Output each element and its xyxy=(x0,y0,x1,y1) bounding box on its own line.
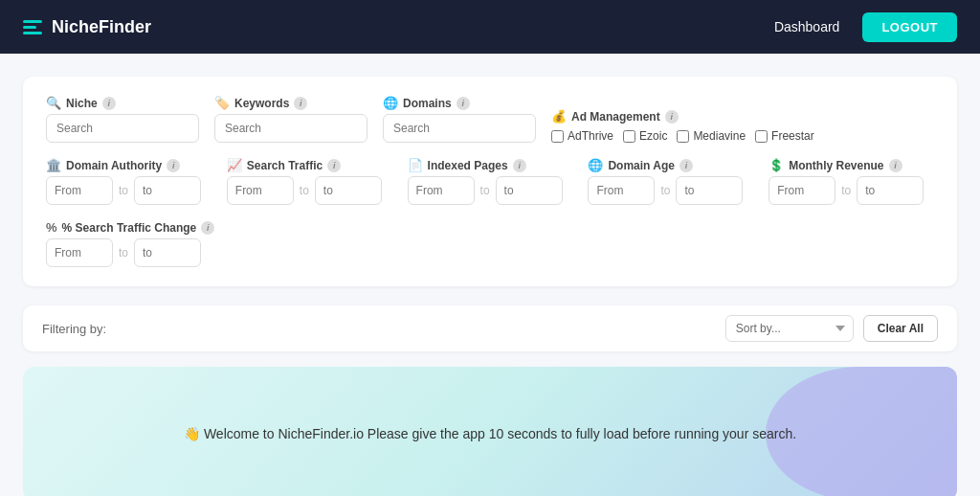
sort-select[interactable]: Sort by... Domain Authority Search Traff… xyxy=(725,315,854,342)
logo-text: NicheFinder xyxy=(52,17,151,37)
search-traffic-from[interactable] xyxy=(227,176,294,205)
search-traffic-inputs: to xyxy=(227,176,392,205)
filter-row-2: 🏛️ Domain Authority i to 📈 Search Traffi… xyxy=(46,158,934,205)
search-traffic-change-info-icon[interactable]: i xyxy=(201,221,214,235)
keywords-info-icon[interactable]: i xyxy=(294,97,307,110)
filtering-by-label: Filtering by: xyxy=(42,322,106,336)
niche-info-icon[interactable]: i xyxy=(102,97,116,110)
search-traffic-change-range-group: % % Search Traffic Change i to xyxy=(46,220,256,267)
indexed-pages-from[interactable] xyxy=(408,176,475,205)
ad-management-filter-group: 💰 Ad Management i AdThrive Ezoic xyxy=(551,109,934,143)
search-traffic-icon: 📈 xyxy=(227,158,242,172)
search-traffic-change-sep: to xyxy=(119,246,128,259)
search-traffic-to[interactable] xyxy=(315,176,382,205)
indexed-pages-sep: to xyxy=(480,184,490,197)
monthly-revenue-from[interactable] xyxy=(768,176,835,205)
indexed-pages-icon: 📄 xyxy=(408,158,423,172)
clear-all-button[interactable]: Clear All xyxy=(863,315,938,342)
keywords-label: 🏷️ Keywords i xyxy=(214,96,368,110)
indexed-pages-to[interactable] xyxy=(496,176,563,205)
search-traffic-sep: to xyxy=(300,184,309,197)
domain-authority-label: 🏛️ Domain Authority i xyxy=(46,158,212,172)
mediavine-checkbox[interactable] xyxy=(677,130,689,143)
domain-age-info-icon[interactable]: i xyxy=(679,159,693,172)
filter-section: 🔍 Niche i 🏷️ Keywords i 🌐 Domains xyxy=(23,77,957,286)
niche-search-input[interactable] xyxy=(46,114,199,143)
logo-icon xyxy=(23,20,42,34)
domains-search-input[interactable] xyxy=(383,114,536,143)
filter-row-3: % % Search Traffic Change i to xyxy=(46,220,256,267)
search-traffic-range-group: 📈 Search Traffic i to xyxy=(227,158,392,205)
domain-age-from[interactable] xyxy=(588,176,655,205)
niche-filter-group: 🔍 Niche i xyxy=(46,96,199,143)
adthrive-label: AdThrive xyxy=(568,129,613,143)
monthly-revenue-to[interactable] xyxy=(857,176,924,205)
freestar-label: Freestar xyxy=(771,129,814,143)
monthly-revenue-label: 💲 Monthly Revenue i xyxy=(768,158,934,172)
monthly-revenue-info-icon[interactable]: i xyxy=(889,159,902,172)
logout-button[interactable]: LOGOUT xyxy=(862,12,957,42)
monthly-revenue-icon: 💲 xyxy=(768,158,784,172)
keywords-filter-group: 🏷️ Keywords i xyxy=(214,96,368,143)
indexed-pages-range-group: 📄 Indexed Pages i to xyxy=(408,158,573,205)
header-right: Dashboard LOGOUT xyxy=(774,12,957,42)
ezoic-label: Ezoic xyxy=(639,129,667,143)
adthrive-checkbox-item: AdThrive xyxy=(551,129,613,143)
niche-label: 🔍 Niche i xyxy=(46,96,199,110)
ad-management-label: 💰 Ad Management i xyxy=(551,109,934,124)
domains-icon: 🌐 xyxy=(383,96,398,110)
search-traffic-change-icon: % xyxy=(46,220,57,235)
domains-info-icon[interactable]: i xyxy=(457,97,470,110)
keywords-icon: 🏷️ xyxy=(214,96,230,110)
monthly-revenue-range-group: 💲 Monthly Revenue i to xyxy=(768,158,934,205)
monthly-revenue-sep: to xyxy=(841,184,851,197)
search-traffic-label: 📈 Search Traffic i xyxy=(227,158,392,172)
freestar-checkbox-item: Freestar xyxy=(755,129,814,143)
domains-label: 🌐 Domains i xyxy=(383,96,536,110)
domain-authority-from[interactable] xyxy=(46,176,113,205)
search-traffic-change-from[interactable] xyxy=(46,238,113,267)
indexed-pages-inputs: to xyxy=(408,176,573,205)
filtering-right: Sort by... Domain Authority Search Traff… xyxy=(725,315,938,342)
monthly-revenue-inputs: to xyxy=(768,176,934,205)
ad-checkboxes: AdThrive Ezoic Mediavine Freestar xyxy=(551,129,934,143)
main-content: 🔍 Niche i 🏷️ Keywords i 🌐 Domains xyxy=(0,54,980,496)
domain-age-icon: 🌐 xyxy=(588,158,603,172)
dashboard-link[interactable]: Dashboard xyxy=(774,19,840,34)
domain-authority-info-icon[interactable]: i xyxy=(167,159,180,172)
domain-authority-icon: 🏛️ xyxy=(46,158,61,172)
ezoic-checkbox[interactable] xyxy=(623,130,635,143)
domain-age-sep: to xyxy=(660,184,670,197)
keywords-search-input[interactable] xyxy=(214,114,368,143)
domain-age-range-group: 🌐 Domain Age i to xyxy=(588,158,753,205)
filtering-bar: Filtering by: Sort by... Domain Authorit… xyxy=(23,305,957,351)
search-traffic-info-icon[interactable]: i xyxy=(327,159,341,172)
domain-authority-range-group: 🏛️ Domain Authority i to xyxy=(46,158,212,205)
domain-age-to[interactable] xyxy=(676,176,743,205)
ad-management-icon: 💰 xyxy=(551,109,567,124)
domain-authority-sep: to xyxy=(119,184,128,197)
domain-authority-inputs: to xyxy=(46,176,212,205)
niche-icon: 🔍 xyxy=(46,96,61,110)
header: NicheFinder Dashboard LOGOUT xyxy=(0,0,980,54)
ezoic-checkbox-item: Ezoic xyxy=(623,129,667,143)
domain-authority-to[interactable] xyxy=(134,176,201,205)
search-traffic-change-to[interactable] xyxy=(134,238,201,267)
domain-age-inputs: to xyxy=(588,176,753,205)
ad-management-info-icon[interactable]: i xyxy=(665,110,679,124)
adthrive-checkbox[interactable] xyxy=(551,130,564,143)
logo: NicheFinder xyxy=(23,17,151,37)
welcome-emoji: 👋 xyxy=(184,426,200,441)
indexed-pages-label: 📄 Indexed Pages i xyxy=(408,158,573,172)
search-traffic-change-inputs: to xyxy=(46,238,256,267)
welcome-text: 👋Welcome to NicheFinder.io Please give t… xyxy=(184,426,796,441)
filter-row-1: 🔍 Niche i 🏷️ Keywords i 🌐 Domains xyxy=(46,96,934,143)
welcome-banner: 👋Welcome to NicheFinder.io Please give t… xyxy=(23,367,957,496)
domain-age-label: 🌐 Domain Age i xyxy=(588,158,753,172)
indexed-pages-info-icon[interactable]: i xyxy=(513,159,526,172)
domains-filter-group: 🌐 Domains i xyxy=(383,96,536,143)
mediavine-label: Mediavine xyxy=(693,129,746,143)
freestar-checkbox[interactable] xyxy=(755,130,768,143)
mediavine-checkbox-item: Mediavine xyxy=(677,129,746,143)
search-traffic-change-label: % % Search Traffic Change i xyxy=(46,220,256,235)
